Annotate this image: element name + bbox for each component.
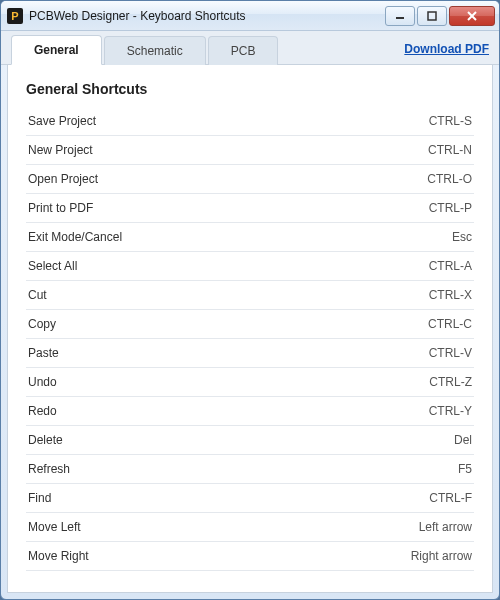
maximize-icon [427, 11, 437, 21]
shortcut-action: New Project [28, 143, 93, 157]
shortcut-action: Open Project [28, 172, 98, 186]
shortcut-row: CutCTRL-X [26, 281, 474, 310]
shortcut-action: Move Left [28, 520, 81, 534]
shortcut-row: PasteCTRL-V [26, 339, 474, 368]
shortcut-row: DeleteDel [26, 426, 474, 455]
shortcut-row: RedoCTRL-Y [26, 397, 474, 426]
shortcut-action: Find [28, 491, 51, 505]
close-icon [466, 10, 478, 22]
shortcut-row: Print to PDFCTRL-P [26, 194, 474, 223]
shortcut-row: New ProjectCTRL-N [26, 136, 474, 165]
shortcut-row: Move RightRight arrow [26, 542, 474, 571]
shortcut-action: Delete [28, 433, 63, 447]
maximize-button[interactable] [417, 6, 447, 26]
shortcut-key: CTRL-N [428, 143, 472, 157]
shortcut-key: Esc [452, 230, 472, 244]
close-button[interactable] [449, 6, 495, 26]
shortcut-action: Cut [28, 288, 47, 302]
shortcut-key: CTRL-O [427, 172, 472, 186]
minimize-icon [395, 11, 405, 21]
shortcut-row: UndoCTRL-Z [26, 368, 474, 397]
shortcut-key: CTRL-F [429, 491, 472, 505]
shortcut-key: F5 [458, 462, 472, 476]
shortcut-action: Undo [28, 375, 57, 389]
tab-schematic[interactable]: Schematic [104, 36, 206, 65]
shortcut-key: CTRL-X [429, 288, 472, 302]
shortcut-action: Move Right [28, 549, 89, 563]
window-title: PCBWeb Designer - Keyboard Shortcuts [29, 9, 383, 23]
shortcut-key: Right arrow [411, 549, 472, 563]
shortcut-action: Exit Mode/Cancel [28, 230, 122, 244]
download-pdf-link[interactable]: Download PDF [404, 42, 489, 64]
titlebar: P PCBWeb Designer - Keyboard Shortcuts [1, 1, 499, 31]
tab-bar: GeneralSchematicPCBDownload PDF [1, 31, 499, 65]
shortcut-row: FindCTRL-F [26, 484, 474, 513]
shortcut-row: CopyCTRL-C [26, 310, 474, 339]
shortcut-row: Exit Mode/CancelEsc [26, 223, 474, 252]
shortcuts-scroll[interactable]: General Shortcuts Save ProjectCTRL-SNew … [8, 65, 492, 592]
section-title: General Shortcuts [26, 81, 474, 97]
shortcut-key: CTRL-A [429, 259, 472, 273]
shortcut-key: CTRL-S [429, 114, 472, 128]
tab-pcb[interactable]: PCB [208, 36, 279, 65]
app-icon: P [7, 8, 23, 24]
app-window: P PCBWeb Designer - Keyboard Shortcuts G… [0, 0, 500, 600]
shortcut-key: CTRL-Z [429, 375, 472, 389]
shortcut-action: Paste [28, 346, 59, 360]
shortcut-row: Save ProjectCTRL-S [26, 107, 474, 136]
shortcut-key: CTRL-C [428, 317, 472, 331]
shortcut-row: RefreshF5 [26, 455, 474, 484]
shortcut-row: Select AllCTRL-A [26, 252, 474, 281]
shortcut-action: Copy [28, 317, 56, 331]
shortcut-key: Left arrow [419, 520, 472, 534]
shortcut-action: Print to PDF [28, 201, 93, 215]
shortcut-key: CTRL-V [429, 346, 472, 360]
shortcut-action: Save Project [28, 114, 96, 128]
shortcut-action: Refresh [28, 462, 70, 476]
content-panel: General Shortcuts Save ProjectCTRL-SNew … [7, 65, 493, 593]
shortcut-key: CTRL-P [429, 201, 472, 215]
tab-general[interactable]: General [11, 35, 102, 65]
shortcut-row: Move LeftLeft arrow [26, 513, 474, 542]
minimize-button[interactable] [385, 6, 415, 26]
shortcut-key: Del [454, 433, 472, 447]
svg-rect-1 [428, 12, 436, 20]
shortcut-row: Open ProjectCTRL-O [26, 165, 474, 194]
shortcut-action: Redo [28, 404, 57, 418]
shortcut-key: CTRL-Y [429, 404, 472, 418]
shortcut-action: Select All [28, 259, 77, 273]
